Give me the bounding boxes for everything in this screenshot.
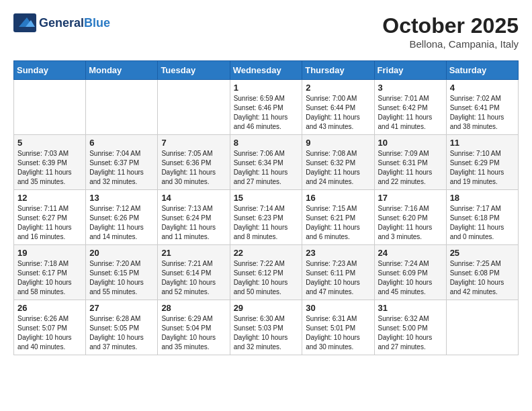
day-number: 11 (450, 138, 515, 148)
day-info: Sunrise: 6:28 AM Sunset: 5:05 PM Dayligh… (89, 314, 154, 352)
day-number: 27 (89, 303, 154, 313)
day-number: 13 (89, 193, 154, 203)
day-info: Sunrise: 7:02 AM Sunset: 6:41 PM Dayligh… (450, 94, 515, 132)
calendar-week-row: 12Sunrise: 7:11 AM Sunset: 6:27 PM Dayli… (14, 190, 519, 245)
calendar-cell (446, 300, 518, 355)
calendar-cell: 15Sunrise: 7:14 AM Sunset: 6:23 PM Dayli… (230, 190, 302, 245)
location: Bellona, Campania, Italy (382, 38, 519, 50)
calendar-cell (158, 80, 230, 135)
calendar-cell: 30Sunrise: 6:31 AM Sunset: 5:01 PM Dayli… (302, 300, 374, 355)
weekday-header: Tuesday (158, 61, 230, 80)
calendar-cell: 17Sunrise: 7:16 AM Sunset: 6:20 PM Dayli… (374, 190, 446, 245)
day-info: Sunrise: 7:16 AM Sunset: 6:20 PM Dayligh… (378, 204, 443, 242)
day-number: 5 (17, 138, 82, 148)
day-number: 10 (378, 138, 443, 148)
day-info: Sunrise: 7:05 AM Sunset: 6:36 PM Dayligh… (161, 149, 226, 187)
day-number: 21 (161, 248, 226, 258)
day-info: Sunrise: 7:21 AM Sunset: 6:14 PM Dayligh… (161, 259, 226, 297)
day-info: Sunrise: 7:24 AM Sunset: 6:09 PM Dayligh… (378, 259, 443, 297)
day-number: 4 (450, 83, 515, 93)
logo: GeneralBlue (13, 13, 110, 32)
day-info: Sunrise: 7:06 AM Sunset: 6:34 PM Dayligh… (234, 149, 299, 187)
calendar-cell: 20Sunrise: 7:20 AM Sunset: 6:15 PM Dayli… (86, 245, 158, 300)
day-number: 17 (378, 193, 443, 203)
calendar-week-row: 19Sunrise: 7:18 AM Sunset: 6:17 PM Dayli… (14, 245, 519, 300)
day-number: 16 (306, 193, 370, 203)
day-info: Sunrise: 7:00 AM Sunset: 6:44 PM Dayligh… (306, 94, 370, 132)
calendar-header-row: SundayMondayTuesdayWednesdayThursdayFrid… (14, 61, 519, 80)
day-number: 14 (161, 193, 226, 203)
calendar-cell: 4Sunrise: 7:02 AM Sunset: 6:41 PM Daylig… (446, 80, 518, 135)
calendar-cell: 7Sunrise: 7:05 AM Sunset: 6:36 PM Daylig… (158, 135, 230, 190)
day-number: 28 (161, 303, 226, 313)
day-info: Sunrise: 6:26 AM Sunset: 5:07 PM Dayligh… (17, 314, 82, 352)
day-info: Sunrise: 7:11 AM Sunset: 6:27 PM Dayligh… (17, 204, 82, 242)
day-number: 8 (234, 138, 299, 148)
day-number: 25 (450, 248, 515, 258)
day-info: Sunrise: 7:20 AM Sunset: 6:15 PM Dayligh… (89, 259, 154, 297)
calendar-cell: 22Sunrise: 7:22 AM Sunset: 6:12 PM Dayli… (230, 245, 302, 300)
calendar-cell: 1Sunrise: 6:59 AM Sunset: 6:46 PM Daylig… (230, 80, 302, 135)
day-info: Sunrise: 7:17 AM Sunset: 6:18 PM Dayligh… (450, 204, 515, 242)
day-info: Sunrise: 6:29 AM Sunset: 5:04 PM Dayligh… (161, 314, 226, 352)
weekday-header: Sunday (14, 61, 86, 80)
calendar-cell: 28Sunrise: 6:29 AM Sunset: 5:04 PM Dayli… (158, 300, 230, 355)
day-number: 26 (17, 303, 82, 313)
day-number: 29 (234, 303, 299, 313)
calendar-cell: 27Sunrise: 6:28 AM Sunset: 5:05 PM Dayli… (86, 300, 158, 355)
calendar-cell: 12Sunrise: 7:11 AM Sunset: 6:27 PM Dayli… (14, 190, 86, 245)
weekday-header: Friday (374, 61, 446, 80)
calendar-cell (14, 80, 86, 135)
month-year: October 2025 (382, 13, 519, 38)
day-info: Sunrise: 7:12 AM Sunset: 6:26 PM Dayligh… (89, 204, 154, 242)
calendar-cell: 26Sunrise: 6:26 AM Sunset: 5:07 PM Dayli… (14, 300, 86, 355)
day-number: 6 (89, 138, 154, 148)
calendar-cell: 8Sunrise: 7:06 AM Sunset: 6:34 PM Daylig… (230, 135, 302, 190)
calendar-cell: 21Sunrise: 7:21 AM Sunset: 6:14 PM Dayli… (158, 245, 230, 300)
day-number: 9 (306, 138, 370, 148)
calendar-cell: 29Sunrise: 6:30 AM Sunset: 5:03 PM Dayli… (230, 300, 302, 355)
calendar-week-row: 26Sunrise: 6:26 AM Sunset: 5:07 PM Dayli… (14, 300, 519, 355)
calendar-cell: 16Sunrise: 7:15 AM Sunset: 6:21 PM Dayli… (302, 190, 374, 245)
day-info: Sunrise: 6:59 AM Sunset: 6:46 PM Dayligh… (234, 94, 299, 132)
logo-icon (13, 13, 36, 32)
calendar-cell (86, 80, 158, 135)
calendar-week-row: 5Sunrise: 7:03 AM Sunset: 6:39 PM Daylig… (14, 135, 519, 190)
day-info: Sunrise: 7:18 AM Sunset: 6:17 PM Dayligh… (17, 259, 82, 297)
calendar-cell: 5Sunrise: 7:03 AM Sunset: 6:39 PM Daylig… (14, 135, 86, 190)
day-info: Sunrise: 7:23 AM Sunset: 6:11 PM Dayligh… (306, 259, 370, 297)
day-info: Sunrise: 6:30 AM Sunset: 5:03 PM Dayligh… (234, 314, 299, 352)
calendar-cell: 13Sunrise: 7:12 AM Sunset: 6:26 PM Dayli… (86, 190, 158, 245)
day-info: Sunrise: 7:09 AM Sunset: 6:31 PM Dayligh… (378, 149, 443, 187)
calendar-cell: 2Sunrise: 7:00 AM Sunset: 6:44 PM Daylig… (302, 80, 374, 135)
day-info: Sunrise: 7:14 AM Sunset: 6:23 PM Dayligh… (234, 204, 299, 242)
day-info: Sunrise: 7:08 AM Sunset: 6:32 PM Dayligh… (306, 149, 370, 187)
calendar-week-row: 1Sunrise: 6:59 AM Sunset: 6:46 PM Daylig… (14, 80, 519, 135)
day-info: Sunrise: 7:10 AM Sunset: 6:29 PM Dayligh… (450, 149, 515, 187)
weekday-header: Thursday (302, 61, 374, 80)
day-number: 2 (306, 83, 370, 93)
day-info: Sunrise: 7:22 AM Sunset: 6:12 PM Dayligh… (234, 259, 299, 297)
logo-blue: Blue (84, 16, 110, 30)
day-number: 3 (378, 83, 443, 93)
day-number: 19 (17, 248, 82, 258)
calendar-cell: 24Sunrise: 7:24 AM Sunset: 6:09 PM Dayli… (374, 245, 446, 300)
day-number: 18 (450, 193, 515, 203)
day-number: 30 (306, 303, 370, 313)
day-info: Sunrise: 6:31 AM Sunset: 5:01 PM Dayligh… (306, 314, 370, 352)
page-header: GeneralBlue October 2025 Bellona, Campan… (13, 13, 519, 50)
calendar-table: SundayMondayTuesdayWednesdayThursdayFrid… (13, 60, 519, 355)
day-number: 31 (378, 303, 443, 313)
day-number: 1 (234, 83, 299, 93)
calendar-cell: 18Sunrise: 7:17 AM Sunset: 6:18 PM Dayli… (446, 190, 518, 245)
calendar-cell: 11Sunrise: 7:10 AM Sunset: 6:29 PM Dayli… (446, 135, 518, 190)
calendar-cell: 10Sunrise: 7:09 AM Sunset: 6:31 PM Dayli… (374, 135, 446, 190)
title-section: October 2025 Bellona, Campania, Italy (382, 13, 519, 50)
logo-general: General (39, 16, 84, 30)
day-info: Sunrise: 7:13 AM Sunset: 6:24 PM Dayligh… (161, 204, 226, 242)
day-info: Sunrise: 6:32 AM Sunset: 5:00 PM Dayligh… (378, 314, 443, 352)
day-info: Sunrise: 7:15 AM Sunset: 6:21 PM Dayligh… (306, 204, 370, 242)
calendar-cell: 23Sunrise: 7:23 AM Sunset: 6:11 PM Dayli… (302, 245, 374, 300)
day-number: 24 (378, 248, 443, 258)
day-info: Sunrise: 7:04 AM Sunset: 6:37 PM Dayligh… (89, 149, 154, 187)
